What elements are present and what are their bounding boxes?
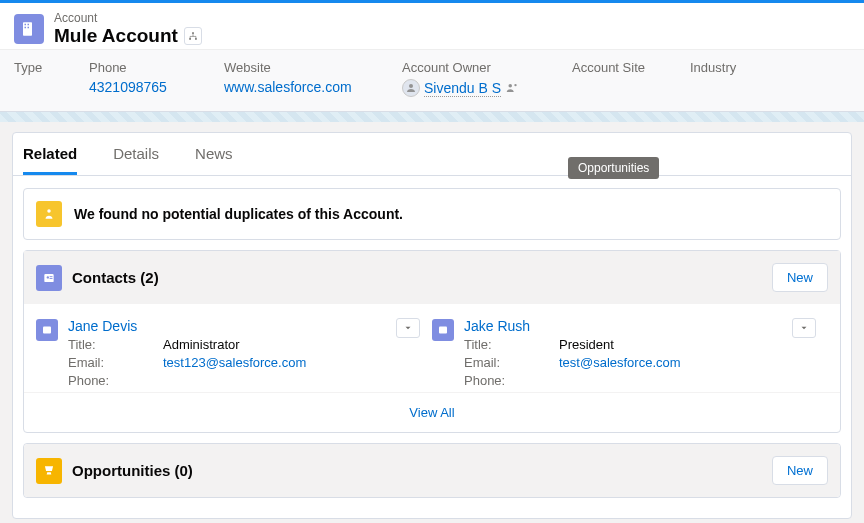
contact-tile: Jake Rush Title:President Email:test@sal… xyxy=(432,318,828,388)
contact-title-label: Title: xyxy=(68,337,163,352)
tab-bar: Related Details News Opportunities xyxy=(13,133,851,176)
contact-actions-button[interactable] xyxy=(792,318,816,338)
site-label: Account Site xyxy=(572,60,690,75)
contact-phone-label: Phone: xyxy=(464,373,559,388)
duplicates-message: We found no potential duplicates of this… xyxy=(74,206,403,222)
svg-rect-6 xyxy=(189,38,191,40)
hierarchy-button[interactable] xyxy=(184,27,202,45)
svg-rect-14 xyxy=(50,276,53,277)
account-icon xyxy=(14,14,44,44)
opportunities-related-card: Opportunities (0) New xyxy=(23,443,841,498)
contact-email-label: Email: xyxy=(464,355,559,370)
contact-title-value: Administrator xyxy=(163,337,240,352)
opportunities-tooltip: Opportunities xyxy=(568,157,659,179)
svg-point-8 xyxy=(409,84,413,88)
owner-link[interactable]: Sivendu B S xyxy=(424,80,501,97)
tab-related[interactable]: Related xyxy=(23,145,77,175)
tab-details[interactable]: Details xyxy=(113,145,159,175)
svg-rect-5 xyxy=(192,32,194,34)
svg-rect-16 xyxy=(43,327,51,334)
svg-rect-15 xyxy=(50,278,53,279)
svg-point-9 xyxy=(509,84,513,88)
opportunities-icon xyxy=(36,458,62,484)
duplicates-box[interactable]: We found no potential duplicates of this… xyxy=(23,188,841,240)
contact-phone-label: Phone: xyxy=(68,373,163,388)
svg-point-11 xyxy=(47,209,51,213)
contacts-view-all-link[interactable]: View All xyxy=(24,392,840,432)
phone-link[interactable]: 4321098765 xyxy=(89,79,224,95)
svg-rect-7 xyxy=(195,38,197,40)
contact-name-link[interactable]: Jane Devis xyxy=(68,318,137,334)
svg-rect-17 xyxy=(439,327,447,334)
contact-email-link[interactable]: test@salesforce.com xyxy=(559,355,681,370)
record-header: Account Mule Account Type Phone 43210987… xyxy=(0,3,864,112)
duplicate-icon xyxy=(36,201,62,227)
svg-point-10 xyxy=(514,84,516,86)
opportunities-title[interactable]: Opportunities (0) xyxy=(72,462,193,479)
svg-rect-2 xyxy=(28,24,30,26)
new-opportunity-button[interactable]: New xyxy=(772,456,828,485)
change-owner-icon[interactable] xyxy=(505,81,519,95)
type-label: Type xyxy=(14,60,89,75)
industry-label: Industry xyxy=(690,60,790,75)
tab-news[interactable]: News xyxy=(195,145,233,175)
object-label: Account xyxy=(54,11,202,25)
svg-rect-3 xyxy=(25,27,27,29)
owner-label: Account Owner xyxy=(402,60,572,75)
website-label: Website xyxy=(224,60,402,75)
phone-label: Phone xyxy=(89,60,224,75)
contact-email-link[interactable]: test123@salesforce.com xyxy=(163,355,306,370)
svg-rect-1 xyxy=(25,24,27,26)
contact-title-value: President xyxy=(559,337,614,352)
website-link[interactable]: www.salesforce.com xyxy=(224,79,402,95)
contacts-related-card: Contacts (2) New Jane Devis Title:Admini… xyxy=(23,250,841,433)
contact-icon xyxy=(36,319,58,341)
record-name: Mule Account xyxy=(54,25,178,47)
contact-name-link[interactable]: Jake Rush xyxy=(464,318,530,334)
contact-icon xyxy=(432,319,454,341)
highlights-panel: Type Phone 4321098765 Website www.salesf… xyxy=(0,49,864,111)
svg-rect-4 xyxy=(28,27,30,29)
contacts-icon xyxy=(36,265,62,291)
contact-tile: Jane Devis Title:Administrator Email:tes… xyxy=(36,318,432,388)
svg-point-13 xyxy=(47,276,49,278)
contact-email-label: Email: xyxy=(68,355,163,370)
contact-actions-button[interactable] xyxy=(396,318,420,338)
contact-title-label: Title: xyxy=(464,337,559,352)
new-contact-button[interactable]: New xyxy=(772,263,828,292)
contacts-title[interactable]: Contacts (2) xyxy=(72,269,159,286)
owner-avatar-icon xyxy=(402,79,420,97)
